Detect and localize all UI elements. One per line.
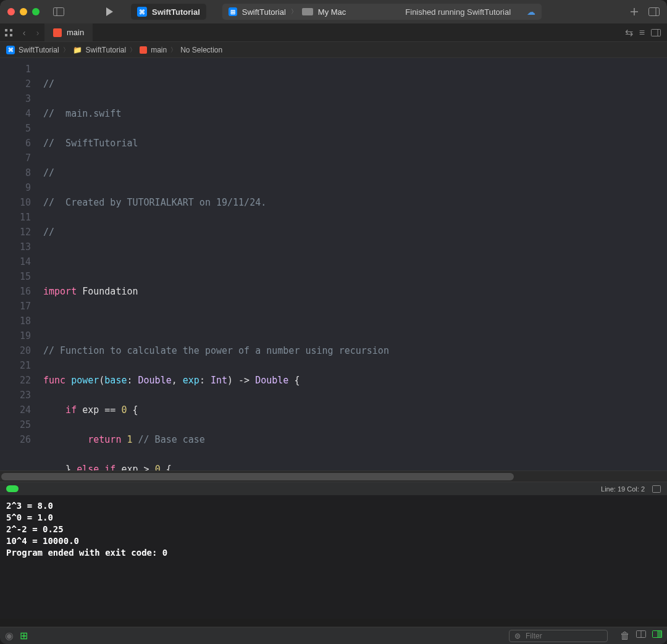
sync-icon[interactable]: ⇆ <box>625 27 633 38</box>
console-line: 2^-2 = 0.25 <box>6 524 64 534</box>
filter-input[interactable] <box>526 632 602 640</box>
nav-forward[interactable]: › <box>31 23 44 41</box>
filter-icon: ⊜ <box>514 632 521 640</box>
project-icon: ⌘ <box>6 46 15 54</box>
minimap-toggle-icon[interactable] <box>652 485 661 493</box>
project-name: SwiftTutorial <box>152 7 200 17</box>
add-button[interactable] <box>629 6 640 17</box>
debug-right-panel-icon[interactable] <box>652 630 662 642</box>
zoom-button[interactable] <box>32 8 40 15</box>
horizontal-scrollbar[interactable] <box>0 470 667 482</box>
status-success-icon <box>6 485 19 492</box>
folder-icon: 📁 <box>73 46 82 54</box>
console-line: 10^4 = 10000.0 <box>6 536 79 546</box>
tab-main[interactable]: main <box>44 23 93 41</box>
mac-icon <box>302 8 313 15</box>
scheme-selector[interactable]: ⌘ SwiftTutorial <box>131 4 206 20</box>
debug-bar: Line: 19 Col: 2 <box>0 482 667 495</box>
svg-rect-0 <box>54 8 64 16</box>
swift-icon <box>140 46 147 54</box>
console-filter[interactable]: ⊜ <box>509 630 608 642</box>
svg-rect-7 <box>10 34 12 36</box>
traffic-lights <box>7 8 40 15</box>
cursor-position: Line: 19 Col: 2 <box>601 485 645 493</box>
navigator-toggle-icon[interactable] <box>53 6 64 17</box>
console-line: Program ended with exit code: 0 <box>6 548 167 558</box>
device-name: My Mac <box>318 7 346 17</box>
variables-view-icon[interactable]: ⊞ <box>20 630 28 642</box>
build-status: Finished running SwiftTutorial <box>405 7 511 17</box>
chevron-right-icon: 〉 <box>291 7 297 16</box>
svg-rect-14 <box>657 630 662 638</box>
editor-tabbar: ‹ › main ⇆ ≡ <box>0 23 667 42</box>
svg-rect-4 <box>5 29 7 31</box>
scheme-app-icon: ⊞ <box>229 7 237 16</box>
chevron-right-icon: 〉 <box>130 46 136 54</box>
swift-icon <box>53 28 62 37</box>
svg-rect-10 <box>653 485 661 492</box>
jump-bar[interactable]: ⌘ SwiftTutorial 〉 📁 SwiftTutorial 〉 main… <box>0 42 667 58</box>
svg-rect-6 <box>5 34 7 36</box>
auto-icon[interactable]: ◉ <box>5 630 14 642</box>
line-gutter: 1234567891011121314151617181920212223242… <box>0 58 36 470</box>
console-line: 5^0 = 1.0 <box>6 512 53 522</box>
related-items-icon[interactable] <box>0 23 17 41</box>
xcode-toolbar: ⌘ SwiftTutorial ⊞ SwiftTutorial 〉 My Mac… <box>0 0 667 23</box>
app-icon: ⌘ <box>137 7 147 17</box>
run-button[interactable] <box>104 6 115 17</box>
nav-back[interactable]: ‹ <box>17 23 31 41</box>
crumb-symbol[interactable]: No Selection <box>180 46 222 54</box>
trash-icon[interactable]: 🗑 <box>620 630 630 642</box>
minimize-button[interactable] <box>20 8 27 15</box>
svg-rect-5 <box>10 29 12 31</box>
crumb-folder[interactable]: SwiftTutorial <box>86 46 127 54</box>
run-destination[interactable]: ⊞ SwiftTutorial 〉 My Mac Finished runnin… <box>222 4 542 20</box>
tab-label: main <box>67 28 84 37</box>
chevron-right-icon: 〉 <box>170 46 177 54</box>
debug-left-panel-icon[interactable] <box>636 630 646 642</box>
activity-icon: ☁︎ <box>527 7 535 17</box>
debug-console[interactable]: 2^3 = 8.0 5^0 = 1.0 2^-2 = 0.25 10^4 = 1… <box>0 495 667 619</box>
code-area[interactable]: // // main.swift // SwiftTutorial // // … <box>36 58 667 470</box>
scheme-name: SwiftTutorial <box>242 7 286 17</box>
chevron-right-icon: 〉 <box>63 46 69 54</box>
svg-rect-2 <box>649 8 660 16</box>
code-editor[interactable]: 1234567891011121314151617181920212223242… <box>0 58 667 470</box>
scrollbar-thumb[interactable] <box>1 473 514 480</box>
adjust-editor-icon[interactable] <box>651 29 661 36</box>
svg-rect-8 <box>652 29 661 36</box>
crumb-project[interactable]: SwiftTutorial <box>19 46 59 54</box>
review-icon[interactable]: ≡ <box>639 27 645 38</box>
close-button[interactable] <box>7 8 15 15</box>
crumb-file[interactable]: main <box>151 46 167 54</box>
console-line: 2^3 = 8.0 <box>6 501 53 511</box>
debug-footer: ◉ ⊞ ⊜ 🗑 <box>0 627 667 644</box>
inspector-toggle-icon[interactable] <box>648 6 660 17</box>
